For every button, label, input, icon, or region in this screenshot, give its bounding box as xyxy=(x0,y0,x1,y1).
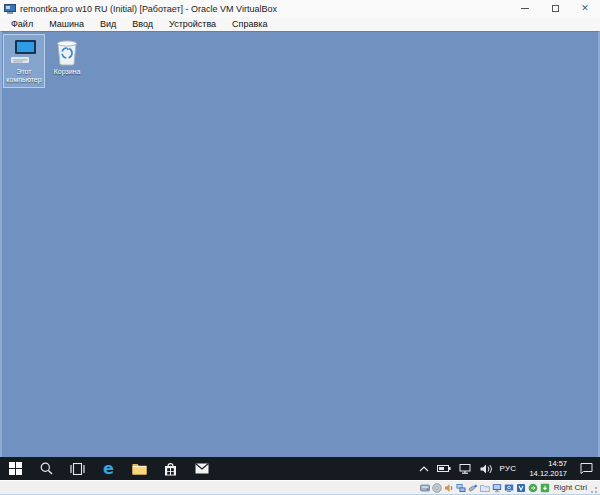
store-icon xyxy=(164,462,177,476)
hard-disks-icon[interactable] xyxy=(419,482,430,493)
features-icon[interactable] xyxy=(515,482,526,493)
menu-file[interactable]: Файл xyxy=(3,19,41,29)
video-capture-icon[interactable] xyxy=(503,482,514,493)
network-adapter-icon[interactable] xyxy=(455,482,466,493)
mail-icon xyxy=(195,463,209,474)
folder-icon xyxy=(132,463,147,475)
edge-button[interactable]: e xyxy=(93,457,124,480)
display-icon[interactable] xyxy=(491,482,502,493)
maximize-button[interactable] xyxy=(540,0,570,17)
window-controls: ✕ xyxy=(510,0,600,17)
volume-icon xyxy=(480,464,492,474)
usb-icon[interactable] xyxy=(467,482,478,493)
edge-icon: e xyxy=(103,461,114,477)
guest-desktop[interactable]: Этот компьютер Корзина xyxy=(0,31,600,457)
time-label: 14:57 xyxy=(548,459,567,468)
network-button[interactable] xyxy=(455,457,476,480)
menu-input[interactable]: Ввод xyxy=(124,19,161,29)
taskbar-buttons: e xyxy=(0,457,217,480)
store-button[interactable] xyxy=(155,457,186,480)
optical-drives-icon[interactable] xyxy=(431,482,442,493)
desktop-icon-recycle-bin[interactable]: Корзина xyxy=(46,34,88,79)
search-icon xyxy=(40,462,53,475)
start-button[interactable] xyxy=(0,457,31,480)
battery-icon xyxy=(437,464,451,473)
recycle-bin-icon xyxy=(56,38,78,66)
menu-view[interactable]: Вид xyxy=(92,19,124,29)
minimize-icon xyxy=(521,8,529,9)
task-view-button[interactable] xyxy=(62,457,93,480)
title-bar: remontka.pro w10 RU (Initial) [Работает]… xyxy=(0,0,600,17)
vbox-status-bar: Right Ctrl xyxy=(0,480,600,495)
host-key-label: Right Ctrl xyxy=(554,483,587,492)
resize-grip[interactable] xyxy=(591,483,597,493)
desktop-icon-label: Корзина xyxy=(46,68,88,76)
language-indicator[interactable]: РУС xyxy=(496,457,521,480)
menu-bar: Файл Машина Вид Ввод Устройства Справка xyxy=(0,17,600,31)
vm-window-icon xyxy=(4,4,16,14)
virtualbox-window: remontka.pro w10 RU (Initial) [Работает]… xyxy=(0,0,600,495)
action-center-button[interactable] xyxy=(576,457,597,480)
menu-machine[interactable]: Машина xyxy=(41,19,92,29)
audio-icon[interactable] xyxy=(443,482,454,493)
minimize-button[interactable] xyxy=(510,0,540,17)
hidden-icons-button[interactable] xyxy=(415,457,433,480)
task-view-icon xyxy=(70,463,85,475)
clock-button[interactable]: 14:57 14.12.2017 xyxy=(520,457,576,480)
menu-devices[interactable]: Устройства xyxy=(161,19,224,29)
shared-folders-icon[interactable] xyxy=(479,482,490,493)
menu-help[interactable]: Справка xyxy=(224,19,275,29)
clock: 14:57 14.12.2017 xyxy=(524,459,572,479)
chevron-up-icon xyxy=(419,466,429,472)
maximize-icon xyxy=(552,5,559,12)
desktop-icon-this-pc[interactable]: Этот компьютер xyxy=(3,34,45,88)
taskbar: e xyxy=(0,457,600,480)
desktop-icons: Этот компьютер Корзина xyxy=(3,34,89,88)
network-icon xyxy=(459,464,472,474)
language-label: РУС xyxy=(500,464,517,473)
volume-button[interactable] xyxy=(476,457,496,480)
action-center-icon xyxy=(580,463,593,474)
battery-button[interactable] xyxy=(433,457,455,480)
date-label: 14.12.2017 xyxy=(529,469,567,478)
close-button[interactable]: ✕ xyxy=(570,0,600,17)
system-tray: РУС 14:57 14.12.2017 xyxy=(415,457,600,480)
keyboard-icon[interactable] xyxy=(539,482,550,493)
window-title: remontka.pro w10 RU (Initial) [Работает]… xyxy=(20,4,510,14)
mail-button[interactable] xyxy=(186,457,217,480)
file-explorer-button[interactable] xyxy=(124,457,155,480)
desktop-icon-label: Этот компьютер xyxy=(3,68,45,85)
mouse-integration-icon[interactable] xyxy=(527,482,538,493)
search-button[interactable] xyxy=(31,457,62,480)
this-pc-icon xyxy=(8,38,40,66)
windows-logo-icon xyxy=(9,462,22,475)
close-icon: ✕ xyxy=(581,4,589,13)
